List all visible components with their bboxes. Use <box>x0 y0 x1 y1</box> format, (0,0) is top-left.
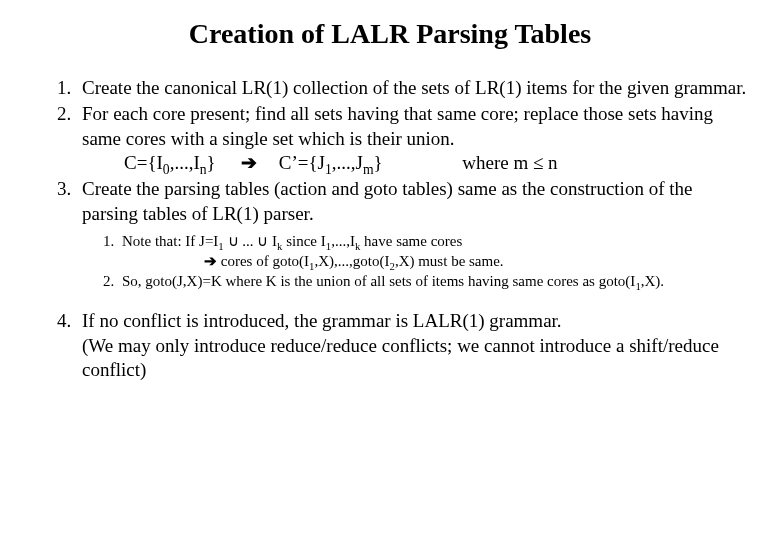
note-b: ∪ ... ∪ I <box>224 233 277 249</box>
idx-zero: 0 <box>163 162 170 177</box>
sub-list: Note that: If J=I1 ∪ ... ∪ Ik since I1,.… <box>82 232 752 292</box>
page-title: Creation of LALR Parsing Tables <box>28 18 752 50</box>
note-line2: ➔ cores of goto(I1,X),...,goto(I2,X) mus… <box>122 251 752 272</box>
idx-m: m <box>363 162 374 177</box>
item-3: Create the parsing tables (action and go… <box>76 177 752 291</box>
goto-a: cores of goto(I <box>217 253 309 269</box>
cprime-set-mid: ,...,J <box>332 152 363 173</box>
item-2: For each core present; find all sets hav… <box>76 102 752 175</box>
cprime-set-pre: C’={J <box>279 152 325 173</box>
c-set-pre: C={I <box>124 152 163 173</box>
where-clause: where m ≤ n <box>462 152 557 173</box>
so-b: ,X). <box>641 273 664 289</box>
c-set-close: } <box>207 152 216 173</box>
sub-item-note: Note that: If J=I1 ∪ ... ∪ Ik since I1,.… <box>118 232 752 272</box>
main-list: Create the canonical LR(1) collection of… <box>28 76 752 382</box>
arrow-icon: ➔ <box>204 252 217 269</box>
item-2-formula: C={I0,...,In} ➔ C’={J1,...,Jm} where m ≤… <box>82 151 752 175</box>
c-set-mid: ,...,I <box>170 152 200 173</box>
idx-n: n <box>200 162 207 177</box>
item-3-text: Create the parsing tables (action and go… <box>82 178 692 223</box>
so-a: So, goto(J,X)=K where K is the union of … <box>122 273 635 289</box>
item-1-text: Create the canonical LR(1) collection of… <box>82 77 746 98</box>
slide-page: Creation of LALR Parsing Tables Create t… <box>0 0 780 404</box>
note-e: have same cores <box>360 233 462 249</box>
note-d: ,...,I <box>331 233 355 249</box>
item-1: Create the canonical LR(1) collection of… <box>76 76 752 100</box>
item-4: If no conflict is introduced, the gramma… <box>76 309 752 382</box>
idx-one: 1 <box>325 162 332 177</box>
note-a: Note that: If J=I <box>122 233 218 249</box>
sub-item-so: So, goto(J,X)=K where K is the union of … <box>118 272 752 292</box>
item-4-line2: (We may only introduce reduce/reduce con… <box>82 335 719 380</box>
item-4-line1: If no conflict is introduced, the gramma… <box>82 310 562 331</box>
item-2-text: For each core present; find all sets hav… <box>82 103 713 148</box>
goto-c: ,X) must be same. <box>395 253 504 269</box>
goto-b: ,X),...,goto(I <box>314 253 389 269</box>
arrow-icon: ➔ <box>241 152 257 173</box>
note-c: since I <box>282 233 325 249</box>
cprime-set-close: } <box>374 152 383 173</box>
